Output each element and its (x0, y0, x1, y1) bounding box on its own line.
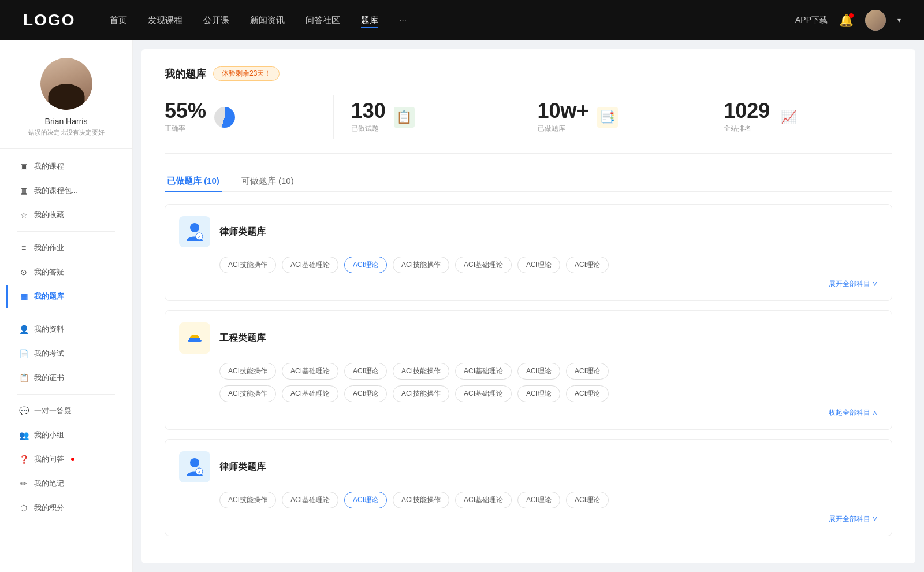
sidebar-label-group: 我的小组 (34, 430, 64, 440)
sidebar-item-homework[interactable]: ≡ 我的作业 (6, 236, 126, 259)
quiz-tag-3-6[interactable]: ACI理论 (566, 492, 609, 508)
stat-done-banks: 10w+ 已做题库 📑 (520, 95, 707, 139)
quiz-tags-2b: ACI技能操作 ACI基础理论 ACI理论 ACI技能操作 ACI基础理论 AC… (219, 385, 878, 402)
stat-accuracy-icon (214, 107, 235, 128)
nav-more[interactable]: ··· (399, 13, 407, 28)
quiz-tag-3-5[interactable]: ACI理论 (517, 492, 560, 508)
quiz-tag-1-2[interactable]: ACI理论 (344, 257, 387, 273)
sidebar-label-favorites: 我的收藏 (34, 210, 64, 220)
profile-avatar-image (40, 58, 92, 110)
quiz-tag-3-1[interactable]: ACI基础理论 (282, 492, 338, 508)
nav-discover[interactable]: 发现课程 (148, 13, 182, 28)
sidebar-item-questions[interactable]: ❓ 我的问答 (6, 448, 126, 471)
quiz-icon-lawyer-2: ✓ (179, 451, 210, 482)
quiz-footer-3: 展开全部科目 ∨ (179, 514, 878, 524)
stat-done-questions-icon: 📋 (394, 107, 415, 128)
quiz-tag-2b-3[interactable]: ACI技能操作 (393, 385, 449, 402)
quiz-tag-2b-2[interactable]: ACI理论 (344, 385, 387, 402)
nav-qa[interactable]: 问答社区 (305, 13, 340, 28)
quiz-tag-1-4[interactable]: ACI基础理论 (455, 257, 512, 273)
quiz-footer-2: 收起全部科目 ∧ (179, 408, 878, 418)
quiz-title-engineering: 工程类题库 (219, 332, 266, 344)
profile-slogan: 错误的决定比没有决定要好 (28, 128, 105, 137)
quiz-tag-2b-1[interactable]: ACI基础理论 (282, 385, 338, 402)
tabs: 已做题库 (10) 可做题库 (10) (165, 171, 892, 192)
stat-rank-label: 全站排名 (724, 124, 770, 133)
quiz-tag-2a-5[interactable]: ACI理论 (517, 363, 560, 380)
sidebar-item-quiz[interactable]: ▦ 我的题库 (6, 285, 126, 308)
sidebar-item-favorites[interactable]: ☆ 我的收藏 (6, 203, 126, 226)
stat-done-banks-icon: 📑 (597, 107, 618, 128)
pie-chart (214, 107, 235, 128)
nav-open-course[interactable]: 公开课 (203, 13, 229, 28)
nav-home[interactable]: 首页 (110, 13, 127, 28)
quiz-tag-1-3[interactable]: ACI技能操作 (393, 257, 449, 273)
collapse-link-2[interactable]: 收起全部科目 ∧ (829, 408, 878, 418)
sidebar-item-course-packages[interactable]: ▦ 我的课程包... (6, 179, 126, 202)
stat-done-questions-number: 130 (351, 101, 386, 121)
sidebar-item-one-on-one[interactable]: 💬 一对一答疑 (6, 399, 126, 422)
expand-link-1[interactable]: 展开全部科目 ∨ (829, 279, 878, 289)
sidebar-item-group[interactable]: 👥 我的小组 (6, 424, 126, 447)
sidebar-label-one-on-one: 一对一答疑 (34, 406, 72, 416)
quiz-tag-2b-6[interactable]: ACI理论 (566, 385, 609, 402)
svg-point-5 (190, 458, 199, 467)
tab-available-banks[interactable]: 可做题库 (10) (239, 171, 296, 192)
notes-icon: ✏ (19, 479, 28, 488)
svg-point-0 (190, 223, 199, 232)
sidebar-item-profile[interactable]: 👤 我的资料 (6, 318, 126, 341)
nav-quiz[interactable]: 题库 (361, 13, 378, 28)
sidebar: Brian Harris 错误的决定比没有决定要好 ▣ 我的课程 ▦ 我的课程包… (0, 40, 133, 572)
questions-icon: ❓ (19, 455, 28, 464)
quiz-tag-3-3[interactable]: ACI技能操作 (393, 492, 449, 508)
sidebar-label-points: 我的积分 (34, 503, 64, 513)
stat-done-questions-label: 已做试题 (351, 124, 386, 133)
helmet-icon-svg (183, 326, 206, 350)
quiz-tag-2a-2[interactable]: ACI理论 (344, 363, 387, 380)
quiz-tag-2b-0[interactable]: ACI技能操作 (219, 385, 276, 402)
quiz-tag-1-0[interactable]: ACI技能操作 (219, 257, 276, 273)
sidebar-item-courses[interactable]: ▣ 我的课程 (6, 155, 126, 178)
stat-done-questions: 130 已做试题 📋 (334, 95, 520, 139)
quiz-tag-2a-0[interactable]: ACI技能操作 (219, 363, 276, 380)
quiz-tag-2a-4[interactable]: ACI基础理论 (455, 363, 512, 380)
navbar-links: 首页 发现课程 公开课 新闻资讯 问答社区 题库 ··· (110, 13, 795, 28)
navbar-right: APP下载 🔔 ▾ (795, 10, 901, 31)
sidebar-item-exam[interactable]: 📄 我的考试 (6, 342, 126, 365)
sidebar-item-points[interactable]: ⬡ 我的积分 (6, 496, 126, 519)
quiz-tag-1-6[interactable]: ACI理论 (566, 257, 609, 273)
tab-done-banks[interactable]: 已做题库 (10) (165, 171, 222, 192)
navbar-logo: LOGO (23, 11, 75, 29)
page-title: 我的题库 (165, 67, 206, 81)
exam-icon: 📄 (19, 349, 28, 358)
profile-avatar (40, 58, 92, 110)
quiz-tag-2a-1[interactable]: ACI基础理论 (282, 363, 338, 380)
quiz-tag-3-0[interactable]: ACI技能操作 (219, 492, 276, 508)
sidebar-profile: Brian Harris 错误的决定比没有决定要好 (0, 58, 132, 149)
quiz-tag-2b-4[interactable]: ACI基础理论 (455, 385, 512, 402)
avatar[interactable] (865, 10, 886, 31)
notification-bell[interactable]: 🔔 (839, 13, 854, 27)
profile-icon: 👤 (19, 325, 28, 334)
points-icon: ⬡ (19, 503, 28, 512)
quiz-tag-3-2[interactable]: ACI理论 (344, 492, 387, 508)
expand-link-3[interactable]: 展开全部科目 ∨ (829, 514, 878, 524)
sidebar-item-notes[interactable]: ✏ 我的笔记 (6, 472, 126, 495)
quiz-tag-1-1[interactable]: ACI基础理论 (282, 257, 338, 273)
avatar-chevron-icon[interactable]: ▾ (897, 16, 901, 24)
quiz-tag-2b-5[interactable]: ACI理论 (517, 385, 560, 402)
quiz-header-2: 工程类题库 (179, 322, 878, 354)
quiz-tag-2a-6[interactable]: ACI理论 (566, 363, 609, 380)
quiz-tag-2a-3[interactable]: ACI技能操作 (393, 363, 449, 380)
quiz-header-1: ✓ 律师类题库 (179, 216, 878, 247)
quiz-section-3: ✓ 律师类题库 ACI技能操作 ACI基础理论 ACI理论 ACI技能操作 AC… (165, 439, 892, 536)
sidebar-item-certificate[interactable]: 📋 我的证书 (6, 366, 126, 389)
quiz-tag-1-5[interactable]: ACI理论 (517, 257, 560, 273)
svg-text:✓: ✓ (198, 235, 202, 240)
favorites-icon: ☆ (19, 210, 28, 220)
nav-news[interactable]: 新闻资讯 (250, 13, 285, 28)
quiz-tag-3-4[interactable]: ACI基础理论 (455, 492, 512, 508)
app-download-btn[interactable]: APP下载 (795, 15, 828, 25)
sidebar-divider-1 (17, 231, 115, 232)
sidebar-item-qa[interactable]: ⊙ 我的答疑 (6, 261, 126, 284)
